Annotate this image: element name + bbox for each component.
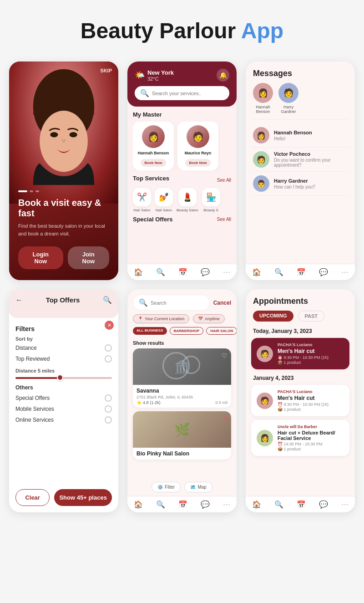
- master-avatar-2: 🧑: [187, 125, 209, 148]
- clear-button[interactable]: Clear: [15, 489, 50, 506]
- tab-past[interactable]: PAST: [298, 311, 325, 322]
- chip-hair-salon[interactable]: HAIR SALON: [206, 327, 237, 335]
- sort-top-reviewed[interactable]: Top Reviewed: [15, 355, 112, 363]
- splash-content: Book a visit easy & fast Find the best b…: [9, 181, 118, 280]
- nav-more-icon-2[interactable]: ⋯: [341, 268, 349, 276]
- search-field[interactable]: [151, 300, 204, 306]
- master-card-1[interactable]: 👩 Hannah Benson Book Now: [133, 122, 174, 170]
- nav-chat-icon-2[interactable]: 💬: [319, 268, 328, 276]
- nav-calendar-icon-2[interactable]: 📅: [297, 268, 306, 276]
- page-title: Beauty Parlour App: [81, 18, 283, 43]
- service-beauty-spa[interactable]: 🏪 Beauty S: [202, 188, 220, 212]
- special-offers-see-all[interactable]: See All: [217, 217, 231, 222]
- special-offers-radio[interactable]: [105, 394, 112, 402]
- appt-info-3: Uncle will Da Barber Hair cut + Deluxe B…: [278, 424, 344, 451]
- mobile-services-radio[interactable]: [105, 405, 112, 413]
- slider-thumb[interactable]: [57, 374, 63, 381]
- appointments-header: Appointments: [246, 289, 355, 311]
- heart-icon-1[interactable]: ♡: [222, 352, 228, 359]
- filter-button[interactable]: ⚙️ Filter: [152, 482, 181, 492]
- service-nail-salon[interactable]: 💅 Nail Salon: [155, 188, 173, 212]
- nav-home-icon-2[interactable]: 🏠: [252, 268, 261, 276]
- nav-home-icon-4[interactable]: 🏠: [252, 500, 261, 509]
- result-card-savanna[interactable]: 🏛️ ♡ Savanna 2701 Black Rd, Joliet, IL 6…: [133, 348, 231, 408]
- join-button[interactable]: Join Now: [68, 246, 109, 269]
- appt-service-3: Hair cut + Deluxe Beard/ Facial Service: [278, 430, 344, 441]
- appointment-card-3[interactable]: 👩 Uncle will Da Barber Hair cut + Deluxe…: [251, 420, 349, 456]
- search-input-wrap[interactable]: 🔍: [133, 295, 210, 311]
- others-options: Special Offers Mobile Services Online Se…: [15, 394, 112, 424]
- nav-home-icon[interactable]: 🏠: [134, 268, 143, 276]
- nav-more-icon[interactable]: ⋯: [223, 268, 230, 276]
- nav-more-icon-3[interactable]: ⋯: [223, 500, 230, 509]
- nav-search-icon-3[interactable]: 🔍: [156, 500, 165, 509]
- nav-calendar-icon-3[interactable]: 📅: [178, 500, 187, 509]
- appointment-card-1[interactable]: 🧑 PACHA'S Luciano Men's Hair cut ⏰ 9:30 …: [251, 338, 349, 369]
- search-bottom-buttons: ⚙️ Filter 🗺️ Map: [127, 479, 237, 496]
- special-offers-option[interactable]: Special Offers: [15, 394, 112, 402]
- message-item-1[interactable]: 👩 Hannah Benson Hello!: [251, 123, 349, 148]
- star-icon-1: ⭐: [136, 400, 142, 405]
- nail-salon-label: Nail Salon: [156, 208, 172, 212]
- appointment-card-2[interactable]: 🧑 PACHA'S Luciano Men's Hair cut ⏰ 9:30 …: [251, 385, 349, 416]
- close-filters-button[interactable]: ✕: [105, 321, 114, 330]
- location-pill[interactable]: 📍 Your Current Location: [133, 314, 189, 323]
- service-hair-salon[interactable]: ✂️ Hair Salon: [133, 188, 151, 212]
- map-button[interactable]: 🗺️ Map: [184, 482, 212, 492]
- others-label: Others: [15, 384, 112, 391]
- splash-skip-label[interactable]: SKIP: [100, 68, 112, 73]
- savanna-reviews: (1.2k): [150, 400, 161, 405]
- messages-nav: 🏠 🔍 📅 💬 ⋯: [246, 264, 355, 280]
- anytime-pill[interactable]: 📅 Anytime: [193, 314, 225, 323]
- slider-fill: [15, 377, 59, 379]
- online-services-radio[interactable]: [105, 416, 112, 424]
- nav-search-icon-2[interactable]: 🔍: [274, 268, 283, 276]
- result-card-bio-pinky[interactable]: 🌿 ♥ Bio Pinky Nail Salon: [133, 411, 231, 460]
- nav-more-icon-4[interactable]: ⋯: [341, 500, 349, 509]
- chip-barbershop[interactable]: BARBERSHOP: [170, 327, 204, 335]
- cancel-button[interactable]: Cancel: [213, 300, 231, 306]
- message-item-3[interactable]: 👨 Harry Gardner How can I help you?: [251, 172, 349, 196]
- nav-search-icon[interactable]: 🔍: [156, 268, 165, 276]
- nav-calendar-icon-4[interactable]: 📅: [297, 500, 306, 509]
- distance-slider[interactable]: [15, 377, 112, 379]
- online-services-option[interactable]: Online Services: [15, 416, 112, 424]
- filter-bottom-buttons: Clear Show 45+ places: [9, 485, 118, 512]
- notification-button[interactable]: 🔔: [217, 69, 229, 82]
- master-name-2: Maurice Reyn: [181, 151, 215, 155]
- nav-home-icon-3[interactable]: 🏠: [134, 500, 143, 509]
- appt-provider-3: Uncle will Da Barber: [278, 424, 344, 429]
- dot-2: [30, 190, 33, 192]
- home-search-bar[interactable]: 🔍: [135, 86, 229, 100]
- login-button[interactable]: Login Now: [18, 246, 63, 269]
- search-button[interactable]: 🔍: [103, 296, 112, 304]
- nav-search-icon-4[interactable]: 🔍: [274, 500, 283, 509]
- nav-calendar-icon[interactable]: 📅: [178, 268, 187, 276]
- service-beauty-salon[interactable]: 💄 Beauty Salon: [177, 188, 198, 212]
- contact-2[interactable]: 🧑 HarryGardner: [278, 83, 298, 114]
- nav-chat-icon-4[interactable]: 💬: [319, 500, 328, 509]
- location-label: Your Current Location: [145, 317, 184, 321]
- see-all-link[interactable]: See All: [217, 178, 231, 183]
- top-reviewed-radio[interactable]: [105, 355, 112, 363]
- tab-upcoming[interactable]: UPCOMING: [253, 311, 293, 322]
- chip-all-business[interactable]: ALL BUSINESS: [133, 327, 167, 335]
- nav-chat-icon[interactable]: 💬: [201, 268, 210, 276]
- sort-distance[interactable]: Distance: [15, 344, 112, 352]
- show-places-button[interactable]: Show 45+ places: [54, 489, 112, 506]
- splash-subtitle: Find the best beauty salon in your local…: [18, 222, 109, 237]
- master-card-2[interactable]: 🧑 Maurice Reyn Book Now: [177, 122, 218, 170]
- search-input[interactable]: [152, 91, 224, 96]
- svg-point-1: [40, 111, 88, 172]
- dot-1: [18, 190, 27, 192]
- contact-1[interactable]: 👩 HannahBenson: [253, 83, 273, 114]
- mobile-services-option[interactable]: Mobile Services: [15, 405, 112, 413]
- title-text-blue: App: [241, 19, 283, 43]
- nav-chat-icon-3[interactable]: 💬: [201, 500, 210, 509]
- book-button-2[interactable]: Book Now: [185, 159, 210, 167]
- heart-icon-2[interactable]: ♥: [224, 415, 228, 422]
- distance-radio[interactable]: [105, 344, 112, 352]
- back-button[interactable]: ←: [15, 296, 23, 304]
- message-item-2[interactable]: 🧑 Victor Pocheco Do you want to confirm …: [251, 148, 349, 172]
- book-button-1[interactable]: Book Now: [141, 159, 166, 167]
